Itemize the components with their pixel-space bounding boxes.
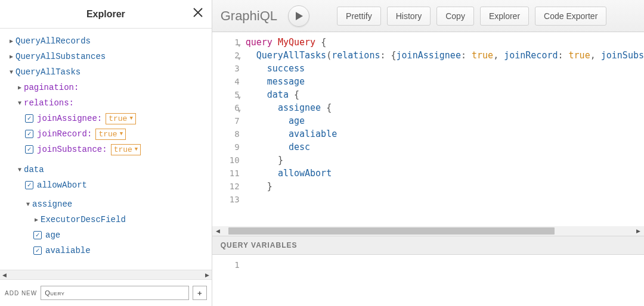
execute-button[interactable] xyxy=(288,5,309,27)
explorer-body: ▶QueryAllRecords ▶QueryAllSubstances ▼Qu… xyxy=(0,29,212,270)
chevron-down-icon: ▼ xyxy=(129,115,132,121)
query-editor[interactable]: 1▼ 2▼ 3 4 5▼ 6▼ 7 8 9 10 11 12 13 query … xyxy=(212,32,644,226)
explorer-panel: Explorer ▶QueryAllRecords ▶QueryAllSubst… xyxy=(0,0,212,306)
checkbox-checked-icon[interactable]: ✓ xyxy=(25,130,33,138)
checkbox-checked-icon[interactable]: ✓ xyxy=(25,145,33,154)
explorer-title: Explorer xyxy=(86,9,125,20)
copy-button[interactable]: Copy xyxy=(436,7,474,26)
prettify-button[interactable]: Prettify xyxy=(337,7,381,26)
add-new-label: add new xyxy=(5,290,37,296)
checkbox-checked-icon[interactable]: ✓ xyxy=(33,231,42,239)
editors: 1▼ 2▼ 3 4 5▼ 6▼ 7 8 9 10 11 12 13 query … xyxy=(212,32,644,306)
chevron-down-icon: ▼ xyxy=(135,146,138,152)
explorer-horizontal-scrollbar[interactable]: ◀▶ xyxy=(0,270,212,279)
explorer-button[interactable]: Explorer xyxy=(480,7,529,26)
explorer-footer: add new + xyxy=(0,279,212,306)
query-alltasks[interactable]: ▼QueryAllTasks xyxy=(8,64,212,80)
code-exporter-button[interactable]: Code Exporter xyxy=(535,7,606,26)
vars-gutter: 1 xyxy=(212,255,246,306)
add-new-button[interactable]: + xyxy=(193,286,207,300)
field-allowabort[interactable]: ✓allowAbort xyxy=(8,177,212,193)
chevron-down-icon: ▼ xyxy=(120,131,123,137)
query-variables-header[interactable]: QUERY VARIABLES xyxy=(212,236,644,255)
explorer-tree[interactable]: ▶QueryAllRecords ▶QueryAllSubstances ▼Qu… xyxy=(0,29,212,270)
arg-pagination[interactable]: ▶pagination: xyxy=(8,80,212,95)
field-avaliable[interactable]: ✓avaliable xyxy=(8,243,212,258)
explorer-header: Explorer xyxy=(0,0,212,29)
field-executordescfield[interactable]: ▶ExecutorDescField xyxy=(8,212,212,227)
main-panel: GraphiQL Prettify History Copy Explorer … xyxy=(212,0,644,306)
arg-joinrecord[interactable]: ✓ joinRecord: true▼ xyxy=(8,126,212,142)
scrollbar-thumb[interactable] xyxy=(228,227,555,235)
history-button[interactable]: History xyxy=(387,7,431,26)
editor-horizontal-scrollbar[interactable]: ◀▶ xyxy=(212,226,644,236)
gutter: 1▼ 2▼ 3 4 5▼ 6▼ 7 8 9 10 11 12 13 xyxy=(212,32,246,226)
topbar: GraphiQL Prettify History Copy Explorer … xyxy=(212,0,644,32)
checkbox-checked-icon[interactable]: ✓ xyxy=(25,114,33,123)
select-joinrecord[interactable]: true▼ xyxy=(95,129,126,140)
select-joinsubstance[interactable]: true▼ xyxy=(111,144,141,155)
field-age[interactable]: ✓age xyxy=(8,227,212,243)
field-data[interactable]: ▼data xyxy=(8,162,212,177)
logo: GraphiQL xyxy=(221,8,277,24)
query-allrecords[interactable]: ▶QueryAllRecords xyxy=(8,33,212,49)
query-variables-editor[interactable]: 1 xyxy=(212,255,644,306)
arg-joinassignee[interactable]: ✓ joinAssignee: true▼ xyxy=(8,111,212,126)
checkbox-checked-icon[interactable]: ✓ xyxy=(25,181,33,189)
checkbox-checked-icon[interactable]: ✓ xyxy=(33,246,42,255)
field-assignee[interactable]: ▼assignee xyxy=(8,196,212,212)
arg-relations[interactable]: ▼relations: xyxy=(8,95,212,111)
query-allsubstances[interactable]: ▶QueryAllSubstances xyxy=(8,49,212,64)
code-area[interactable]: query MyQuery { QueryAllTasks(relations:… xyxy=(246,32,644,226)
add-new-input[interactable] xyxy=(41,286,188,300)
select-joinassignee[interactable]: true▼ xyxy=(106,113,136,124)
close-icon[interactable] xyxy=(193,7,203,20)
arg-joinsubstance[interactable]: ✓ joinSubstance: true▼ xyxy=(8,142,212,157)
